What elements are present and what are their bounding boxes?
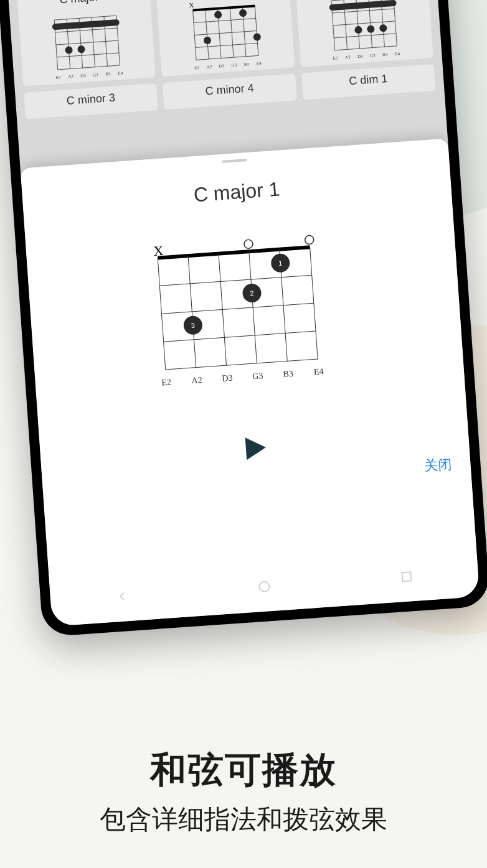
svg-line-61: [56, 40, 118, 45]
svg-text:E4: E4: [313, 366, 324, 376]
svg-point-91: [239, 9, 247, 17]
chord-diagram-large: X: [134, 227, 356, 403]
sheet-drag-handle[interactable]: [222, 159, 247, 163]
svg-text:E4: E4: [118, 71, 123, 77]
svg-line-82: [196, 43, 258, 47]
svg-text:3: 3: [191, 322, 195, 329]
svg-rect-143: [402, 572, 412, 581]
svg-point-93: [253, 33, 261, 41]
svg-text:B3: B3: [244, 62, 249, 67]
svg-text:A2: A2: [206, 65, 212, 70]
svg-text:A2: A2: [345, 55, 351, 60]
svg-point-114: [379, 24, 387, 32]
chord-card-title: C major 4: [59, 0, 108, 6]
svg-text:D3: D3: [219, 63, 225, 69]
svg-text:E2: E2: [333, 55, 339, 60]
svg-text:G3: G3: [93, 72, 99, 78]
phone-frame: E2 A2 D3 G3 B3 E4: [0, 0, 487, 637]
svg-line-81: [194, 30, 257, 35]
marketing-subtitle: 包含详细指法和拨弦效果: [0, 802, 487, 837]
svg-text:E2: E2: [194, 65, 200, 70]
svg-text:E4: E4: [395, 51, 400, 57]
svg-line-110: [381, 0, 385, 47]
svg-point-90: [214, 11, 222, 19]
chord-card-title: C minor 3: [66, 91, 115, 108]
svg-line-125: [166, 359, 318, 370]
svg-text:G3: G3: [252, 371, 263, 381]
svg-text:D3: D3: [80, 73, 87, 79]
svg-line-59: [54, 16, 116, 20]
chord-card-title: C minor 4: [205, 82, 254, 98]
svg-text:A2: A2: [68, 74, 74, 80]
svg-line-121: [158, 247, 310, 258]
svg-text:A2: A2: [191, 375, 202, 385]
close-button[interactable]: 关闭: [424, 455, 453, 475]
svg-line-104: [334, 34, 397, 38]
svg-text:1: 1: [278, 259, 283, 267]
svg-line-83: [196, 55, 258, 60]
svg-text:B3: B3: [105, 72, 111, 77]
svg-text:E4: E4: [257, 61, 262, 67]
svg-text:2: 2: [250, 289, 254, 297]
chord-detail-title: C major 1: [193, 178, 281, 207]
svg-text:B3: B3: [382, 52, 388, 58]
svg-line-111: [394, 0, 397, 46]
nav-home-icon[interactable]: [257, 579, 273, 595]
open-string-mark: [305, 235, 314, 245]
svg-point-71: [77, 45, 85, 54]
svg-text:D3: D3: [222, 373, 233, 383]
chord-card[interactable]: C major 4: [17, 0, 156, 86]
chord-detail-sheet: C major 1 X: [21, 139, 480, 627]
chord-diagram-mini: E2 A2 D3 G3 B3 E4: [38, 5, 136, 80]
svg-point-113: [367, 25, 375, 33]
svg-line-124: [164, 331, 316, 342]
svg-line-63: [57, 65, 120, 70]
chord-card-title: C dim 1: [349, 72, 388, 88]
chord-grid: E2 A2 D3 G3 B3 E4: [6, 0, 445, 126]
play-icon: [239, 432, 270, 464]
svg-line-80: [194, 19, 256, 23]
svg-text:B3: B3: [283, 369, 293, 379]
svg-line-123: [161, 303, 313, 314]
chord-card[interactable]: C minor 3: [24, 83, 158, 119]
svg-line-103: [333, 21, 395, 26]
nav-recent-icon[interactable]: [399, 569, 415, 585]
svg-line-62: [57, 53, 119, 57]
svg-text:G3: G3: [370, 53, 376, 58]
svg-point-142: [259, 581, 270, 592]
chord-card[interactable]: C minor 2: [294, 0, 433, 67]
svg-text:G3: G3: [231, 63, 237, 68]
open-string-mark: [244, 240, 253, 249]
chord-card[interactable]: C minor 4: [163, 73, 297, 110]
svg-text:D3: D3: [357, 54, 364, 60]
svg-marker-141: [245, 436, 267, 460]
svg-text:x: x: [189, 0, 194, 9]
play-button[interactable]: [239, 432, 271, 467]
svg-line-122: [159, 275, 311, 286]
svg-point-92: [204, 37, 212, 45]
svg-line-105: [335, 46, 397, 50]
marketing-copy: 和弦可播放 包含详细指法和拨弦效果: [0, 746, 487, 837]
chord-card[interactable]: C minor 1 x: [156, 0, 295, 77]
phone-screen: E2 A2 D3 G3 B3 E4: [6, 0, 480, 627]
nav-back-icon[interactable]: [114, 589, 130, 605]
chord-diagram-mini: x: [177, 0, 275, 70]
chord-diagram-mini: E2 A2 D3 G3 B3 E4: [315, 0, 413, 60]
svg-point-70: [65, 46, 73, 54]
svg-point-112: [354, 26, 362, 34]
marketing-title: 和弦可播放: [0, 746, 487, 795]
svg-line-79: [193, 6, 255, 11]
svg-text:E2: E2: [161, 377, 172, 387]
svg-line-101: [331, 0, 394, 1]
svg-text:E2: E2: [55, 75, 61, 80]
chord-card[interactable]: C dim 1: [301, 64, 436, 100]
